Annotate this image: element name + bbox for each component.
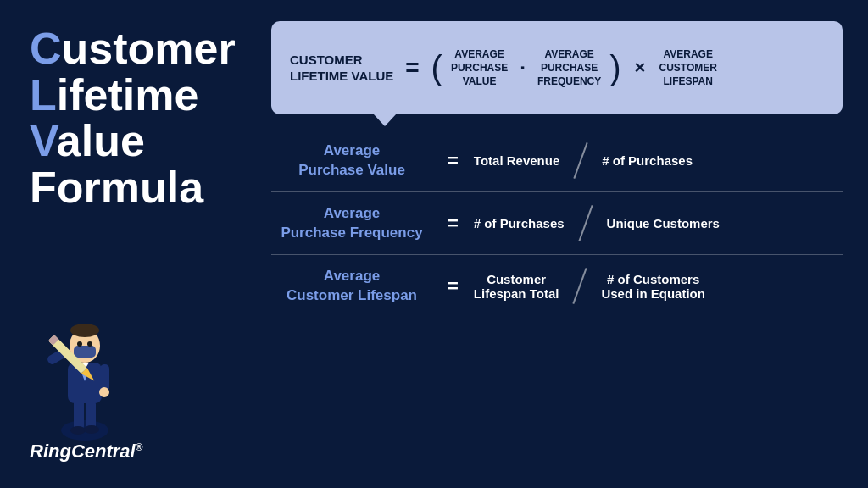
formula-equals: = (402, 54, 422, 81)
brand-logo: RingCentral® (30, 441, 246, 467)
formula-term-acl: AVERAGECUSTOMERLIFESPAN (659, 47, 716, 89)
title-line-1: Customer (30, 25, 246, 72)
title-line-4: Formula (30, 164, 246, 211)
title-block: Customer Lifetime Value Formula (30, 25, 246, 210)
sub-equals-3: = (441, 275, 465, 297)
sub-term-customers-equation: # of CustomersUsed in Equation (601, 272, 705, 301)
sub-label-apv: AveragePurchase Value (271, 141, 432, 179)
highlight-v: V (30, 116, 57, 165)
sub-term-total-revenue: Total Revenue (474, 153, 559, 168)
svg-point-4 (84, 425, 99, 434)
svg-point-3 (70, 426, 86, 435)
formula-box: CUSTOMERLIFETIME VALUE = ( AVERAGEPURCHA… (271, 21, 843, 114)
title-line-2: Lifetime (30, 72, 246, 119)
sub-formula-row-acl: AverageCustomer Lifespan = CustomerLifes… (271, 255, 843, 317)
paren-open: ( (431, 51, 442, 85)
sub-term-num-purchases-2: # of Purchases (474, 216, 565, 230)
highlight-c: C (30, 24, 62, 73)
sub-term-unique-customers: Unique Customers (607, 216, 720, 230)
formula-term-apv: AVERAGEPURCHASEVALUE (451, 47, 508, 89)
formula-multiply: × (630, 57, 651, 79)
formula-term-apf: AVERAGEPURCHASEFREQUENCY (537, 47, 601, 89)
sub-formulas: AveragePurchase Value = Total Revenue # … (271, 130, 843, 467)
slash-1 (568, 141, 593, 180)
right-panel: CUSTOMERLIFETIME VALUE = ( AVERAGEPURCHA… (263, 0, 868, 488)
slash-2 (573, 204, 598, 242)
sub-equals-1: = (441, 150, 465, 172)
sub-formula-row-apf: AveragePurchase Frequency = # of Purchas… (271, 192, 843, 254)
svg-point-14 (77, 341, 82, 347)
slash-3 (567, 267, 593, 305)
sub-label-acl: AverageCustomer Lifespan (271, 267, 432, 304)
formula-dot: · (516, 56, 529, 80)
sub-formula-row-apv: AveragePurchase Value = Total Revenue # … (271, 130, 843, 191)
formula-main-label: CUSTOMERLIFETIME VALUE (290, 52, 393, 85)
svg-point-10 (99, 387, 109, 397)
highlight-l: L (30, 70, 57, 119)
title-line-3: Value (30, 118, 246, 164)
svg-point-15 (87, 341, 92, 347)
paren-close: ) (609, 51, 620, 85)
left-panel: Customer Lifetime Value Formula (0, 0, 263, 488)
sub-label-apf: AveragePurchase Frequency (271, 204, 432, 241)
sub-equals-2: = (441, 213, 465, 235)
svg-point-12 (70, 324, 99, 337)
sub-term-num-purchases-1: # of Purchases (602, 153, 693, 168)
figure-area (30, 210, 246, 441)
person-figure (30, 305, 140, 441)
svg-rect-13 (74, 346, 96, 358)
sub-term-lifespan-total: CustomerLifespan Total (474, 272, 559, 301)
